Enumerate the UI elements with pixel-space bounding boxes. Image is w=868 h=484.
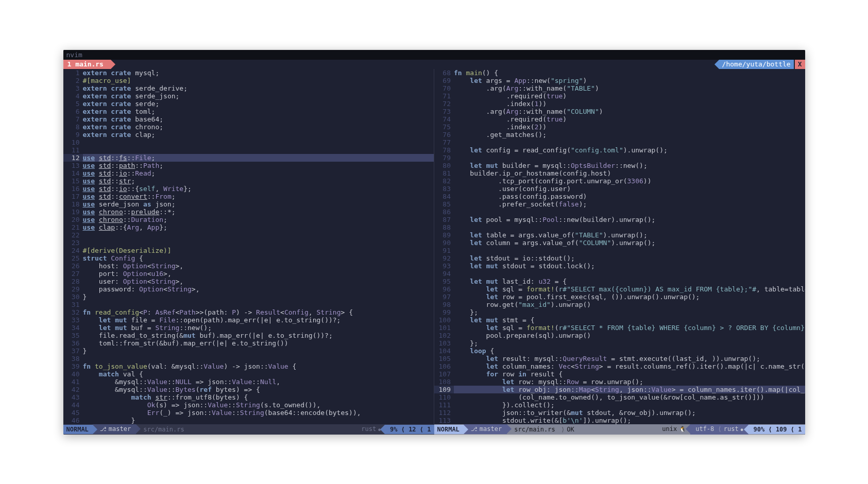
line-content[interactable]: use serde_json as json; bbox=[83, 200, 434, 208]
code-line[interactable]: 33 let mut file = File::open(path).map_e… bbox=[63, 316, 434, 324]
line-content[interactable]: let mut stmt = { bbox=[454, 316, 805, 324]
code-line[interactable]: 1extern crate mysql; bbox=[63, 69, 434, 77]
line-content[interactable]: struct Config { bbox=[83, 254, 434, 262]
code-line[interactable]: 94 bbox=[434, 270, 805, 278]
line-content[interactable]: let mut buf = String::new(); bbox=[83, 324, 434, 332]
line-content[interactable] bbox=[454, 247, 805, 254]
code-line[interactable]: 27 port: Option<u16>, bbox=[63, 270, 434, 278]
code-line[interactable]: 34 let mut buf = String::new(); bbox=[63, 324, 434, 332]
right-pane[interactable]: 68fn main() {69 let args = App::new("spr… bbox=[434, 69, 805, 424]
line-content[interactable]: use std::io::{self, Write}; bbox=[83, 185, 434, 193]
code-line[interactable]: 15use std::str; bbox=[63, 177, 434, 185]
code-line[interactable]: 31 bbox=[63, 301, 434, 308]
code-line[interactable]: 78 let config = read_config("config.toml… bbox=[434, 146, 805, 154]
code-line[interactable]: 102 pool.prepare(sql).unwrap() bbox=[434, 332, 805, 339]
line-content[interactable]: let mut builder = mysql::OptsBuilder::ne… bbox=[454, 162, 805, 169]
line-content[interactable] bbox=[83, 355, 434, 362]
code-line[interactable]: 87 let pool = mysql::Pool::new(builder).… bbox=[434, 216, 805, 223]
line-content[interactable]: extern crate toml; bbox=[83, 108, 434, 115]
line-content[interactable]: file.read_to_string(&mut buf).map_err(|e… bbox=[83, 332, 434, 339]
line-content[interactable]: stdout.write(&[b'\n']).unwrap(); bbox=[454, 417, 805, 424]
line-content[interactable]: use std::str; bbox=[83, 177, 434, 185]
code-line[interactable]: 85 .prefer_socket(false); bbox=[434, 200, 805, 208]
line-content[interactable]: let row_obj: json::Map<String, json::Val… bbox=[454, 386, 805, 393]
line-content[interactable]: .get_matches(); bbox=[454, 131, 805, 139]
line-content[interactable]: #[derive(Deserialize)] bbox=[83, 247, 434, 254]
line-content[interactable]: }; bbox=[454, 339, 805, 347]
code-line[interactable]: 12use std::fs::File; bbox=[63, 154, 434, 162]
code-line[interactable]: 14use std::io::Read; bbox=[63, 169, 434, 177]
line-content[interactable] bbox=[83, 231, 434, 239]
line-content[interactable]: }; bbox=[454, 308, 805, 316]
line-content[interactable]: let row = pool.first_exec(sql, ()).unwra… bbox=[454, 293, 805, 301]
line-content[interactable]: let args = App::new("spring") bbox=[454, 77, 805, 84]
line-content[interactable] bbox=[454, 154, 805, 162]
code-line[interactable]: 96 let sql = format!(r#"SELECT max({colu… bbox=[434, 285, 805, 293]
line-content[interactable]: let mut stdout = stdout.lock(); bbox=[454, 262, 805, 270]
line-content[interactable] bbox=[83, 139, 434, 146]
line-content[interactable] bbox=[454, 223, 805, 231]
line-content[interactable]: let mut last_id: u32 = { bbox=[454, 278, 805, 285]
line-content[interactable]: } bbox=[83, 347, 434, 355]
code-line[interactable]: 43 match str::from_utf8(bytes) { bbox=[63, 393, 434, 401]
line-content[interactable]: #[macro_use] bbox=[83, 77, 434, 84]
code-line[interactable]: 75 .index(2)) bbox=[434, 123, 805, 131]
code-line[interactable]: 68fn main() { bbox=[434, 69, 805, 77]
tab-main-rs[interactable]: 1 main.rs bbox=[63, 60, 111, 69]
code-line[interactable]: 113 stdout.write(&[b'\n']).unwrap(); bbox=[434, 417, 805, 424]
line-content[interactable]: pool.prepare(sql).unwrap() bbox=[454, 332, 805, 339]
code-line[interactable]: 101 let sql = format!(r#"SELECT * FROM {… bbox=[434, 324, 805, 332]
code-line[interactable]: 84 .pass(config.password) bbox=[434, 193, 805, 200]
code-line[interactable]: 93 let mut stdout = stdout.lock(); bbox=[434, 262, 805, 270]
code-line[interactable]: 6extern crate toml; bbox=[63, 108, 434, 115]
line-content[interactable]: .required(true) bbox=[454, 115, 805, 123]
line-content[interactable]: .arg(Arg::with_name("COLUMN") bbox=[454, 108, 805, 115]
code-line[interactable]: 44 Ok(s) => json::Value::String(s.to_own… bbox=[63, 401, 434, 409]
code-line[interactable]: 42 &mysql::Value::Bytes(ref bytes) => { bbox=[63, 386, 434, 393]
line-content[interactable]: loop { bbox=[454, 347, 805, 355]
code-line[interactable]: 40 match val { bbox=[63, 370, 434, 378]
code-line[interactable]: 92 let stdout = io::stdout(); bbox=[434, 254, 805, 262]
line-content[interactable] bbox=[83, 146, 434, 154]
code-line[interactable]: 79 bbox=[434, 154, 805, 162]
code-line[interactable]: 106 let column_names: Vec<String> = resu… bbox=[434, 362, 805, 370]
code-line[interactable]: 22 bbox=[63, 231, 434, 239]
line-content[interactable]: use std::fs::File; bbox=[83, 154, 434, 162]
code-line[interactable]: 77 bbox=[434, 139, 805, 146]
code-line[interactable]: 35 file.read_to_string(&mut buf).map_err… bbox=[63, 332, 434, 339]
line-content[interactable]: &mysql::Value::Bytes(ref bytes) => { bbox=[83, 386, 434, 393]
code-line[interactable]: 74 .required(true) bbox=[434, 115, 805, 123]
line-content[interactable] bbox=[454, 208, 805, 216]
code-line[interactable]: 23 bbox=[63, 239, 434, 247]
code-line[interactable]: 110 (col_name.to_owned(), to_json_value(… bbox=[434, 393, 805, 401]
code-line[interactable]: 97 let row = pool.first_exec(sql, ()).un… bbox=[434, 293, 805, 301]
line-content[interactable]: user: Option<String>, bbox=[83, 278, 434, 285]
line-content[interactable] bbox=[83, 301, 434, 308]
code-line[interactable]: 17use std::convert::From; bbox=[63, 193, 434, 200]
code-line[interactable]: 20use chrono::Duration; bbox=[63, 216, 434, 223]
line-content[interactable]: let sql = format!(r#"SELECT max({column}… bbox=[454, 285, 805, 293]
line-content[interactable]: let sql = format!(r#"SELECT * FROM {tabl… bbox=[454, 324, 805, 332]
code-line[interactable]: 111 }).collect(); bbox=[434, 401, 805, 409]
code-line[interactable]: 29 password: Option<String>, bbox=[63, 285, 434, 293]
code-line[interactable]: 39fn to_json_value(val: &mysql::Value) -… bbox=[63, 362, 434, 370]
code-line[interactable]: 11 bbox=[63, 146, 434, 154]
line-content[interactable]: use clap::{Arg, App}; bbox=[83, 223, 434, 231]
code-line[interactable]: 109 let row_obj: json::Map<String, json:… bbox=[434, 386, 805, 393]
code-line[interactable]: 99 }; bbox=[434, 308, 805, 316]
line-content[interactable]: for row in result { bbox=[454, 370, 805, 378]
line-content[interactable]: .prefer_socket(false); bbox=[454, 200, 805, 208]
line-content[interactable]: &mysql::Value::NULL => json::Value::Null… bbox=[83, 378, 434, 386]
line-content[interactable]: extern crate serde_derive; bbox=[83, 84, 434, 92]
line-content[interactable]: use std::io::Read; bbox=[83, 169, 434, 177]
code-line[interactable]: 104 loop { bbox=[434, 347, 805, 355]
line-content[interactable]: extern crate mysql; bbox=[83, 69, 434, 77]
code-line[interactable]: 83 .user(config.user) bbox=[434, 185, 805, 193]
code-line[interactable]: 10 bbox=[63, 139, 434, 146]
line-content[interactable]: row.get("max_id").unwrap() bbox=[454, 301, 805, 308]
code-line[interactable]: 71 .required(true) bbox=[434, 92, 805, 100]
code-line[interactable]: 103 }; bbox=[434, 339, 805, 347]
line-content[interactable]: extern crate serde; bbox=[83, 100, 434, 108]
line-content[interactable]: .index(1)) bbox=[454, 100, 805, 108]
code-line[interactable]: 73 .arg(Arg::with_name("COLUMN") bbox=[434, 108, 805, 115]
